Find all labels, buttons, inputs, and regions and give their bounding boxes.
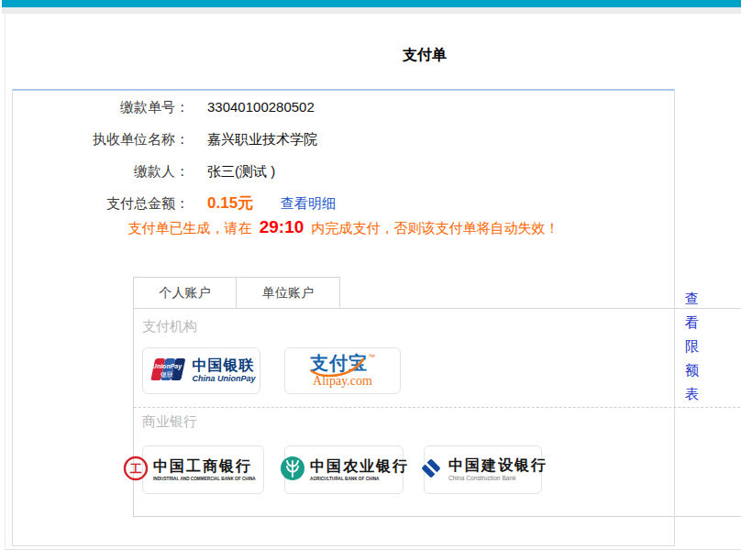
banks-section-title: 商业银行	[142, 413, 197, 431]
abc-text: 中国农业银行 AGRICULTURAL BANK OF CHINA	[310, 459, 409, 481]
payment-org-row: UnionPay 银联 中国银联 China UnionPay 支付宝™	[142, 347, 401, 394]
alipay-logo: 支付宝™ Alipay.com	[310, 354, 375, 388]
receiver-label: 执收单位名称：	[13, 123, 189, 155]
svg-text:银联: 银联	[160, 371, 173, 378]
alipay-option[interactable]: 支付宝™ Alipay.com	[284, 347, 401, 394]
ccb-text: 中国建设银行 China Construction Bank	[448, 458, 547, 481]
alipay-tm-mark: ™	[368, 353, 375, 361]
receiver-value: 嘉兴职业技术学院	[207, 123, 317, 155]
page-title: 支付单	[6, 46, 741, 65]
unionpay-option[interactable]: UnionPay 银联 中国银联 China UnionPay	[142, 347, 260, 394]
svg-text:工: 工	[129, 462, 141, 476]
icbc-text: 中国工商银行 INDUSTRIAL AND COMMERCIAL BANK OF…	[153, 459, 284, 481]
unionpay-name: 中国银联	[192, 358, 255, 373]
section-divider	[134, 407, 741, 408]
icbc-name: 中国工商银行	[153, 459, 284, 474]
order-number-row: 缴款单号： 33040100280502	[13, 91, 674, 123]
order-info: 缴款单号： 33040100280502 执收单位名称： 嘉兴职业技术学院 缴款…	[13, 91, 674, 219]
order-number-value: 33040100280502	[207, 91, 315, 123]
abc-option[interactable]: 中国农业银行 AGRICULTURAL BANK OF CHINA	[284, 445, 404, 494]
payer-label: 缴款人：	[13, 155, 189, 187]
amount-label: 支付总金额：	[13, 187, 189, 219]
svg-text:UnionPay: UnionPay	[152, 363, 182, 370]
abc-caption: AGRICULTURAL BANK OF CHINA	[310, 476, 387, 481]
warning-suffix: 内完成支付，否则该支付单将自动失效！	[307, 220, 559, 236]
ccb-caption: China Construction Bank	[448, 475, 543, 481]
unionpay-caption: China UnionPay	[192, 375, 255, 383]
icbc-caption: INDUSTRIAL AND COMMERCIAL BANK OF CHINA	[153, 476, 256, 481]
warning-prefix: 支付单已生成，请在	[128, 220, 256, 236]
payer-row: 缴款人： 张三(测试 )	[13, 155, 674, 187]
receiver-row: 执收单位名称： 嘉兴职业技术学院	[13, 123, 674, 155]
amount-row: 支付总金额： 0.15元 查看明细	[13, 187, 674, 219]
amount-value: 0.15元	[207, 187, 253, 219]
payment-methods-panel: 支付机构 UnionPay 银联	[133, 308, 741, 517]
unionpay-text: 中国银联 China UnionPay	[192, 358, 255, 383]
expiry-warning: 支付单已生成，请在 29:10 内完成支付，否则该支付单将自动失效！	[13, 217, 674, 237]
icbc-option[interactable]: 工 中国工商银行 INDUSTRIAL AND COMMERCIAL BANK …	[142, 445, 264, 494]
abc-logo-icon	[279, 455, 306, 486]
payment-org-section-title: 支付机构	[142, 318, 197, 335]
countdown-timer: 29:10	[256, 217, 308, 236]
account-tabs: 个人账户 单位账户	[133, 277, 741, 308]
abc-name: 中国农业银行	[310, 459, 409, 474]
view-limit-table-link[interactable]: 查看限额表	[684, 287, 700, 406]
top-accent-bar	[2, 0, 741, 7]
ccb-logo-icon	[418, 456, 444, 485]
account-tabbox: 个人账户 单位账户 支付机构 UnionPay 银联	[133, 277, 741, 517]
header-strip	[2, 7, 741, 14]
payer-value: 张三(测试 )	[207, 155, 275, 187]
alipay-caption: Alipay.com	[313, 375, 372, 388]
payment-panel: 缴款单号： 33040100280502 执收单位名称： 嘉兴职业技术学院 缴款…	[12, 89, 675, 546]
tab-corporate-account[interactable]: 单位账户	[237, 277, 340, 307]
unionpay-card-icon: UnionPay 银联	[147, 356, 187, 387]
ccb-name: 中国建设银行	[448, 458, 547, 473]
banks-row: 工 中国工商银行 INDUSTRIAL AND COMMERCIAL BANK …	[142, 445, 542, 494]
alipay-name: 支付宝	[310, 353, 368, 373]
tab-personal-account[interactable]: 个人账户	[133, 277, 237, 308]
order-number-label: 缴款单号：	[13, 91, 189, 123]
view-detail-link[interactable]: 查看明细	[281, 187, 336, 219]
ccb-option[interactable]: 中国建设银行 China Construction Bank	[424, 445, 542, 494]
icbc-logo-icon: 工	[122, 455, 149, 486]
